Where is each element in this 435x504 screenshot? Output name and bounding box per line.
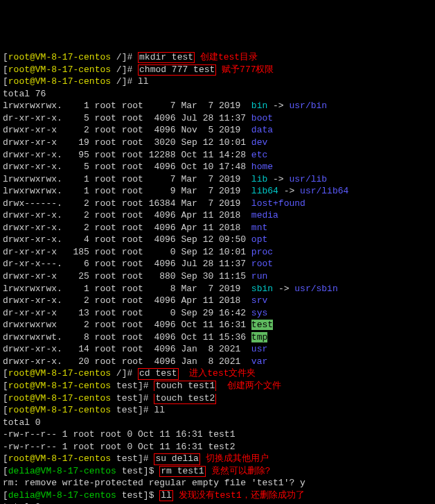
listing-row: drwxr-xr-x. 95 root root 12288 Oct 11 14… <box>3 149 432 162</box>
cmd-line-chmod: [root@VM-8-17-centos /]# chmod 777 test … <box>3 64 432 76</box>
listing-row: drwx------. 2 root root 16384 Mar 7 2019… <box>3 198 432 210</box>
listing-row: drwxr-xr-x. 14 root root 4096 Jan 8 2021… <box>3 343 432 356</box>
cmd-touch1: touch test1 <box>154 381 216 391</box>
cmd-line-rm: [delia@VM-8-17-centos test]$ rm test1 竟然… <box>3 465 432 478</box>
listing-row: drwxr-xr-x 19 root root 3020 Sep 12 10:0… <box>3 137 432 149</box>
total-line: total 0 <box>3 501 432 504</box>
listing-row: drwxr-xr-x. 20 root root 4096 Jan 8 2021… <box>3 356 432 368</box>
annotation: 竟然可以删除? <box>211 466 271 476</box>
cmd-line-touch1: [root@VM-8-17-centos test]# touch test1 … <box>3 380 432 392</box>
cmd-ll3: ll <box>159 490 173 501</box>
cmd-line-ll3: [delia@VM-8-17-centos test]$ ll 发现没有test… <box>3 489 432 502</box>
dir-name: opt <box>251 234 267 245</box>
cmd-line-ll: [root@VM-8-17-centos /]# ll <box>3 76 432 88</box>
dir-name: tmp <box>251 332 267 342</box>
cmd-line-touch2: [root@VM-8-17-centos test]# touch test2 <box>3 392 432 405</box>
total-line: total 76 <box>3 88 432 101</box>
listing-row: lrwxrwxrwx. 1 root root 9 Mar 7 2019 lib… <box>3 185 432 198</box>
annotation: 切换成其他用户 <box>206 453 269 464</box>
annotation: 赋予777权限 <box>222 64 274 75</box>
listing-row: drwxrwxrwx 2 root root 4096 Oct 11 16:31… <box>3 319 432 331</box>
annotation: 创建test目录 <box>200 52 258 62</box>
annotation: 进入test文件夹 <box>189 368 256 379</box>
listing-row: dr-xr-xr-x 185 root root 0 Sep 12 10:01 … <box>3 246 432 259</box>
listing-row: drwxr-xr-x. 2 root root 4096 Apr 11 2018… <box>3 295 432 307</box>
terminal-output[interactable]: [root@VM-8-17-centos /]# mkdir test 创建te… <box>3 51 432 504</box>
listing-row: lrwxrwxrwx. 1 root root 7 Mar 7 2019 lib… <box>3 173 432 186</box>
cmd-rm: rm test1 <box>159 466 205 477</box>
listing-row: drwxr-xr-x. 4 root root 4096 Sep 12 09:5… <box>3 234 432 246</box>
dir-name: media <box>251 210 278 220</box>
listing-row: drwxr-xr-x. 2 root root 4096 Apr 11 2018… <box>3 222 432 234</box>
listing-row: dr-xr-x---. 6 root root 4096 Jul 28 11:3… <box>3 258 432 270</box>
link-name: lib <box>251 174 267 184</box>
listing-row: drwxr-xr-x 25 root root 880 Sep 30 11:15… <box>3 270 432 283</box>
listing-row: dr-xr-xr-x 13 root root 0 Sep 29 16:42 s… <box>3 307 432 320</box>
cmd-mkdir: mkdir test <box>138 52 195 63</box>
listing-row: lrwxrwxrwx. 1 root root 7 Mar 7 2019 bin… <box>3 100 432 112</box>
listing-row: lrwxrwxrwx. 1 root root 8 Mar 7 2019 sbi… <box>3 283 432 295</box>
dir-name: test <box>251 320 273 330</box>
dir-name: var <box>251 356 267 367</box>
link-name: sbin <box>251 284 273 294</box>
listing-row: drwxr-xr-x. 2 root root 4096 Apr 11 2018… <box>3 209 432 222</box>
dir-name: data <box>251 125 273 135</box>
dir-name: home <box>251 162 273 172</box>
dir-name: dev <box>251 137 267 148</box>
dir-name: root <box>251 259 273 269</box>
file-row: -rw-r--r-- 1 root root 0 Oct 11 16:31 te… <box>3 428 432 441</box>
listing-row: drwxrwxrwt. 8 root root 4096 Oct 11 15:3… <box>3 331 432 344</box>
dir-name: proc <box>251 247 273 257</box>
rm-prompt: rm: remove write-protected regular empty… <box>3 477 432 489</box>
dir-name: usr <box>251 344 267 354</box>
cmd-line-su: [root@VM-8-17-centos test]# su delia 切换成… <box>3 453 432 465</box>
listing-row: drwxr-xr-x. 5 root root 4096 Oct 10 17:4… <box>3 161 432 173</box>
dir-name: sys <box>251 308 267 318</box>
link-name: lib64 <box>251 186 278 196</box>
cmd-chmod: chmod 777 test <box>138 64 216 76</box>
cmd-line-ll2: [root@VM-8-17-centos test]# ll <box>3 404 432 417</box>
link-name: bin <box>251 101 267 111</box>
annotation: 创建两个文件 <box>227 381 281 391</box>
dir-name: boot <box>251 113 273 123</box>
cmd-cd: cd test <box>138 368 179 379</box>
listing-row: drwxr-xr-x 2 root root 4096 Nov 5 2019 d… <box>3 124 432 137</box>
dir-name: srv <box>251 295 267 306</box>
listing-row: dr-xr-xr-x. 5 root root 4096 Jul 28 11:3… <box>3 112 432 125</box>
cmd-line-mkdir: [root@VM-8-17-centos /]# mkdir test 创建te… <box>3 51 432 64</box>
cmd-line-cd: [root@VM-8-17-centos /]# cd test 进入test文… <box>3 367 432 380</box>
dir-name: etc <box>251 150 267 160</box>
dir-name: run <box>251 271 267 281</box>
cmd-touch2: touch test2 <box>154 394 216 404</box>
cmd-su: su delia <box>154 453 199 464</box>
dir-name: lost+found <box>251 198 305 209</box>
file-row: -rw-r--r-- 1 root root 0 Oct 11 16:31 te… <box>3 441 432 453</box>
total-line: total 0 <box>3 417 432 429</box>
dir-name: mnt <box>251 223 267 233</box>
annotation: 发现没有test1，还删除成功了 <box>179 490 305 501</box>
